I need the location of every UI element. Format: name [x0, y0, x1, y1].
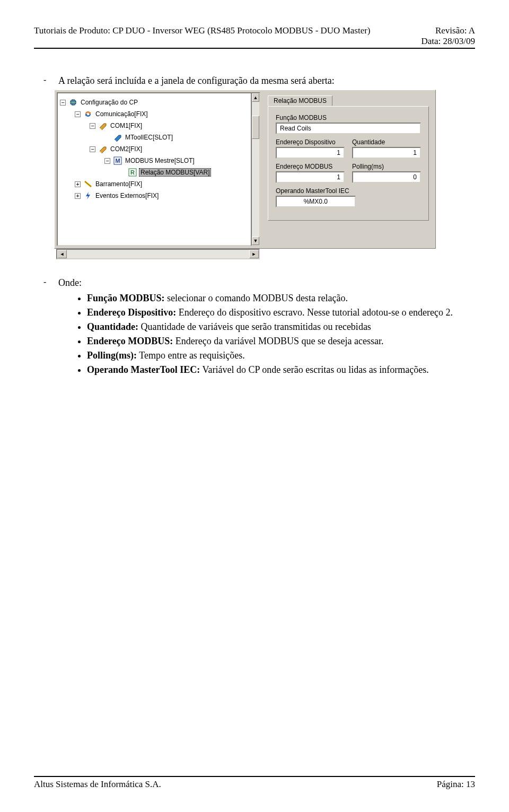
tree-label: Configuração do CP — [80, 99, 139, 106]
tab-panel: Função MODBUS Endereço Dispositivo Quant… — [268, 106, 429, 221]
label-funcao-modbus: Função MODBUS — [276, 114, 421, 121]
def-text: Quantidade de variáveis que serão transm… — [138, 321, 371, 332]
label-endereco-modbus: Endereço MODBUS — [276, 163, 345, 170]
definitions-list: Função MODBUS: selecionar o comando MODB… — [66, 293, 475, 376]
list-item: Polling(ms): Tempo entre as requisições. — [87, 350, 475, 361]
list-item: Endereço Dispositivo: Endereço do dispos… — [87, 307, 475, 318]
def-term: Polling(ms): — [87, 350, 137, 361]
def-term: Quantidade: — [87, 321, 138, 332]
header-revision: Revisão: A — [421, 25, 475, 36]
tree-label: MODBUS Mestre[SLOT] — [124, 157, 196, 164]
label-quantidade: Quantidade — [352, 138, 421, 146]
expand-icon[interactable]: − — [60, 100, 66, 106]
footer-company: Altus Sistemas de Informática S.A. — [34, 779, 161, 790]
tree-pane[interactable]: − Configuração do CP − Comunicação[FIX] … — [57, 92, 260, 246]
def-term: Função MODBUS: — [87, 293, 165, 303]
bolt-icon — [84, 191, 92, 200]
r-icon: R — [128, 168, 137, 177]
field-endereco-dispositivo[interactable] — [276, 147, 345, 159]
expand-icon[interactable]: + — [75, 193, 81, 199]
svg-text:R: R — [130, 169, 135, 176]
field-operando[interactable] — [276, 196, 356, 207]
scroll-right-icon[interactable]: ► — [249, 250, 259, 258]
bus-icon — [84, 180, 92, 188]
list-item: Endereço MODBUS: Endereço da variável MO… — [87, 336, 475, 347]
tree-label: COM2[FIX] — [109, 145, 143, 153]
bullet-dash: - — [43, 75, 58, 86]
intro-text: A relação será incluída e a janela de co… — [58, 75, 335, 86]
expand-icon[interactable]: + — [75, 181, 81, 187]
expand-icon[interactable]: − — [90, 146, 95, 152]
list-item: Função MODBUS: selecionar o comando MODB… — [87, 293, 475, 304]
tree-label: Comunicação[FIX] — [94, 110, 149, 118]
tree-node-relacao-modbus[interactable]: R Relação MODBUS[VAR] — [60, 167, 257, 178]
m-icon: M — [113, 156, 122, 165]
def-text: Endereço da variável MODBUS que se desej… — [173, 336, 383, 346]
def-term: Endereço MODBUS: — [87, 336, 173, 346]
scroll-thumb[interactable] — [252, 116, 259, 139]
def-text: Tempo entre as requisições. — [137, 350, 245, 361]
horizontal-scrollbar[interactable]: ◄ ► — [56, 249, 260, 259]
list-item: Quantidade: Quantidade de variáveis que … — [87, 321, 475, 333]
svg-text:M: M — [115, 158, 120, 164]
scroll-left-icon[interactable]: ◄ — [57, 250, 67, 258]
tree-node-modbus-mestre[interactable]: − M MODBUS Mestre[SLOT] — [60, 155, 257, 167]
tree-label: COM1[FIX] — [109, 122, 143, 129]
field-quantidade[interactable] — [352, 147, 421, 159]
tree-node-comunicacao[interactable]: − Comunicação[FIX] — [60, 108, 257, 120]
config-screenshot: − Configuração do CP − Comunicação[FIX] … — [54, 90, 436, 261]
tree-node-com1[interactable]: − COM1[FIX] — [60, 120, 257, 132]
def-text: Endereço do dispositivo escravo. Nesse t… — [176, 307, 453, 318]
tree-node-root[interactable]: − Configuração do CP — [60, 97, 257, 108]
vertical-scrollbar[interactable]: ▲ ▼ — [251, 92, 260, 246]
globe-icon — [69, 98, 77, 107]
field-polling[interactable] — [352, 171, 421, 183]
field-endereco-modbus[interactable] — [276, 171, 345, 183]
field-funcao-modbus[interactable] — [276, 123, 421, 134]
header-title: Tutoriais de Produto: CP DUO - Inversor … — [34, 25, 371, 47]
tree-node-eventos[interactable]: + Eventos Externos[FIX] — [60, 190, 257, 202]
list-item: Operando MasterTool IEC: Variável do CP … — [87, 364, 475, 376]
tree-label: Barramento[FIX] — [94, 180, 143, 188]
def-term: Operando MasterTool IEC: — [87, 364, 200, 375]
port-icon — [99, 145, 107, 153]
expand-icon[interactable]: − — [104, 158, 110, 164]
expand-icon[interactable]: − — [90, 123, 95, 129]
label-polling: Polling(ms) — [352, 163, 421, 170]
def-text: Variável do CP onde serão escritas ou li… — [200, 364, 428, 375]
refresh-icon — [84, 110, 92, 118]
header-rule — [34, 48, 475, 49]
def-term: Endereço Dispositivo: — [87, 307, 176, 318]
bullet-dash: - — [43, 277, 58, 289]
scroll-up-icon[interactable]: ▲ — [252, 93, 259, 102]
footer-rule — [34, 776, 475, 777]
tree-node-com2[interactable]: − COM2[FIX] — [60, 143, 257, 155]
header-date: Data: 28/03/09 — [421, 36, 475, 47]
def-text: selecionar o comando MODBUS desta relaçã… — [165, 293, 348, 303]
tree-label: Eventos Externos[FIX] — [94, 192, 160, 199]
onde-label: Onde: — [58, 277, 82, 289]
scroll-down-icon[interactable]: ▼ — [252, 237, 259, 245]
label-operando: Operando MasterTool IEC — [276, 187, 356, 195]
tree-node-barramento[interactable]: + Barramento[FIX] — [60, 178, 257, 190]
tree-label-selected: Relação MODBUS[VAR] — [139, 168, 211, 177]
tab-relacao-modbus[interactable]: Relação MODBUS — [268, 95, 332, 106]
expand-icon[interactable]: − — [75, 111, 81, 117]
slot-icon — [113, 133, 122, 142]
footer-page: Página: 13 — [437, 779, 475, 790]
port-icon — [99, 121, 107, 130]
tree-node-mtooliec[interactable]: MToolIEC[SLOT] — [60, 132, 257, 143]
tree-label: MToolIEC[SLOT] — [124, 134, 174, 141]
label-endereco-dispositivo: Endereço Dispositivo — [276, 138, 345, 146]
